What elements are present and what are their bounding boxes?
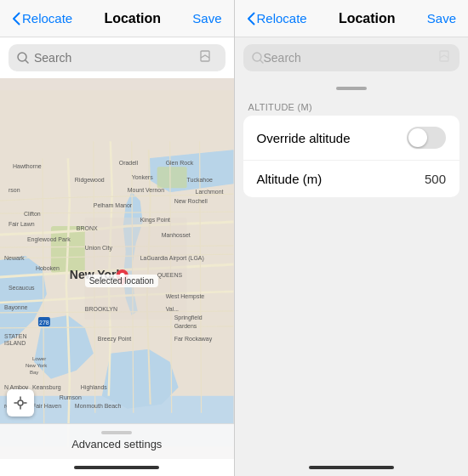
svg-text:Secaucus: Secaucus: [9, 285, 35, 291]
svg-text:Bayonne: Bayonne: [4, 304, 28, 311]
left-panel: Relocate Location Save: [0, 0, 234, 476]
svg-rect-1: [201, 51, 209, 61]
right-search-bar: [243, 44, 460, 71]
svg-text:BROOKLYN: BROOKLYN: [85, 306, 117, 312]
svg-text:Larchmont: Larchmont: [196, 189, 224, 195]
left-search-bar[interactable]: [9, 44, 225, 71]
svg-text:Breezy Point: Breezy Point: [98, 336, 132, 343]
svg-text:Yonkers: Yonkers: [132, 174, 153, 180]
svg-text:Hawthorne: Hawthorne: [13, 163, 42, 169]
svg-text:Englewood Park: Englewood Park: [27, 236, 71, 243]
svg-text:Kings Point: Kings Point: [140, 217, 170, 224]
svg-text:Highlands: Highlands: [81, 384, 108, 391]
right-drag-handle: [235, 78, 469, 95]
svg-text:New Rochell: New Rochell: [174, 198, 208, 204]
right-back-button[interactable]: Relocate: [247, 11, 307, 26]
search-icon: [17, 52, 29, 64]
right-bookmark-icon: [437, 49, 451, 66]
svg-text:Union City: Union City: [85, 245, 113, 252]
right-spacer: [235, 197, 469, 459]
left-back-button[interactable]: Relocate: [12, 11, 72, 26]
svg-text:Val...: Val...: [166, 306, 179, 312]
svg-text:Far Rockaway: Far Rockaway: [174, 336, 213, 343]
altitude-label: Altitude (m): [257, 172, 322, 186]
advanced-settings-bar[interactable]: Advanced settings: [0, 423, 234, 459]
svg-text:Fair Haven: Fair Haven: [32, 403, 61, 409]
svg-text:Springfield: Springfield: [174, 314, 203, 321]
search-input[interactable]: [34, 51, 193, 65]
svg-text:Manhosset: Manhosset: [162, 232, 191, 238]
svg-text:Monmouth Beach: Monmouth Beach: [75, 403, 122, 409]
svg-text:LaGuardia Airport (LGA): LaGuardia Airport (LGA): [140, 255, 204, 262]
svg-text:Gardens: Gardens: [174, 323, 197, 329]
override-altitude-row: Override altitude: [243, 116, 460, 161]
home-bar-right: [309, 466, 394, 469]
left-nav-bar: Relocate Location Save: [0, 0, 234, 37]
left-back-label: Relocate: [22, 11, 72, 26]
svg-text:rson: rson: [9, 187, 20, 193]
override-altitude-label: Override altitude: [257, 131, 351, 145]
right-back-label: Relocate: [257, 11, 307, 26]
left-save-button[interactable]: Save: [192, 11, 221, 26]
svg-text:West Hempste: West Hempste: [166, 293, 205, 300]
map-container[interactable]: Ridgewood Hawthorne rson Clifton Glen Ro…: [0, 78, 234, 459]
advanced-settings-label: Advanced settings: [71, 438, 162, 452]
map-svg: Ridgewood Hawthorne rson Clifton Glen Ro…: [0, 78, 234, 459]
selected-location-label: Selected location: [85, 275, 158, 287]
location-pin: Selected location: [85, 273, 158, 287]
drag-handle: [101, 431, 132, 434]
bookmark-icon: [198, 49, 217, 66]
settings-card: Override altitude Altitude (m) 500: [243, 116, 460, 197]
svg-text:Keansburg: Keansburg: [32, 384, 61, 391]
map-background: Ridgewood Hawthorne rson Clifton Glen Ro…: [0, 78, 234, 459]
svg-text:Clifton: Clifton: [24, 211, 41, 217]
svg-text:New York: New York: [26, 363, 47, 368]
right-drag-bar: [336, 87, 367, 90]
svg-rect-4: [157, 167, 187, 188]
home-indicator-right: [235, 459, 469, 476]
svg-text:Pelham Manor: Pelham Manor: [94, 202, 133, 208]
svg-text:Newark: Newark: [4, 255, 25, 261]
svg-text:BRONX: BRONX: [77, 225, 98, 231]
svg-text:ISLAND: ISLAND: [4, 340, 26, 346]
right-panel: Relocate Location Save ALTITUDE (M) Over…: [235, 0, 469, 476]
svg-text:STATEN: STATEN: [4, 333, 26, 339]
svg-text:Oradell: Oradell: [119, 160, 139, 166]
right-save-button[interactable]: Save: [427, 11, 456, 26]
right-search-input: [264, 51, 438, 65]
left-nav-title: Location: [104, 11, 161, 26]
svg-text:Hoboken: Hoboken: [36, 265, 60, 271]
svg-text:Ridgewood: Ridgewood: [75, 177, 105, 184]
home-bar-left: [74, 466, 159, 469]
right-nav-bar: Relocate Location Save: [235, 0, 469, 37]
right-search-icon: [252, 52, 264, 64]
svg-text:278: 278: [39, 320, 49, 326]
altitude-row: Altitude (m) 500: [243, 161, 460, 197]
svg-text:Fair Lawn: Fair Lawn: [9, 221, 35, 227]
svg-text:Bay: Bay: [30, 370, 38, 375]
right-nav-title: Location: [339, 11, 396, 26]
svg-text:Tuckahoe: Tuckahoe: [187, 177, 213, 183]
svg-text:Lower: Lower: [32, 356, 46, 361]
altitude-value: 500: [425, 172, 446, 186]
svg-text:QUEENS: QUEENS: [157, 272, 183, 279]
svg-text:Mount Vernon: Mount Vernon: [128, 187, 165, 193]
svg-text:Glen Rock: Glen Rock: [166, 160, 194, 166]
svg-rect-55: [440, 51, 448, 61]
map-controls: [7, 389, 34, 416]
toggle-knob: [408, 128, 427, 147]
svg-text:Rumson: Rumson: [60, 394, 82, 400]
altitude-section-header: ALTITUDE (M): [235, 95, 469, 116]
location-button[interactable]: [7, 389, 34, 416]
home-indicator-left: [0, 459, 234, 476]
svg-point-53: [18, 400, 23, 405]
override-altitude-toggle[interactable]: [407, 127, 446, 149]
